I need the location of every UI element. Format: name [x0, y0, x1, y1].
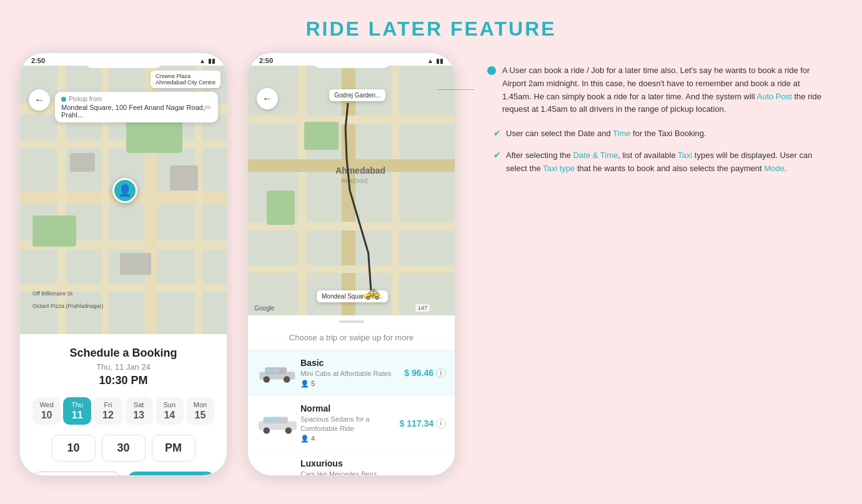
cancel-button[interactable]: Cancel [32, 472, 121, 477]
wifi-icon: ▲ [199, 57, 206, 64]
schedule-title: Schedule a Booking [32, 347, 214, 360]
notch [83, 53, 164, 68]
mode-highlight: Mode [764, 164, 785, 173]
luxurious-type: Luxurious [300, 458, 394, 468]
basic-type: Basic [300, 358, 398, 368]
svg-point-9 [264, 427, 270, 434]
right-time: 2:50 [259, 57, 273, 64]
swipe-bar [339, 320, 364, 323]
period-box[interactable]: PM [152, 435, 196, 462]
right-battery-icon: ▮▮ [436, 57, 443, 64]
svg-rect-12 [272, 418, 279, 422]
basic-desc: Mini Cabs at Affordable Rates [300, 369, 398, 378]
normal-seats: 👤 4 [300, 435, 394, 443]
day-sat[interactable]: Sat 13 [125, 397, 153, 425]
bullet-1-text: User can select the Date and Time for th… [506, 127, 706, 141]
basic-car-image: ✦ [257, 362, 294, 384]
right-back-arrow-icon: ← [262, 93, 272, 104]
location-label: Crowne PlazaAhmedabad City Centre [151, 71, 220, 88]
basic-price-value: $ 96.46 [404, 368, 433, 378]
right-phone: 2:50 ▲ ▮▮ Ahmedabad અમદાવાદ [247, 52, 456, 477]
normal-price-value: $ 117.34 [400, 418, 434, 428]
ride-item-normal[interactable]: Normal Spacious Sedans for a Comfortable… [248, 396, 455, 451]
day-mon[interactable]: Mon 15 [186, 397, 214, 425]
set-button[interactable]: Set [128, 472, 215, 477]
right-status-icons: ▲ ▮▮ [427, 57, 443, 64]
back-arrow-icon: ← [34, 94, 44, 106]
svg-rect-5 [273, 368, 280, 373]
luxurious-car-svg [257, 471, 300, 477]
day-fri[interactable]: Fri 12 [94, 397, 122, 425]
normal-car-svg [257, 412, 300, 435]
svg-point-2 [264, 376, 270, 383]
svg-point-3 [284, 376, 290, 383]
left-map: Crowne PlazaAhmedabad City Centre ← Pick… [20, 66, 227, 334]
basic-info-icon[interactable]: i [436, 368, 446, 378]
check-icon-1: ✔ [493, 128, 501, 138]
schedule-time: 10:30 PM [32, 374, 214, 387]
left-status-bar: 2:50 ▲ ▮▮ [20, 53, 227, 66]
battery-icon: ▮▮ [208, 57, 216, 64]
pickup-dot [61, 97, 66, 102]
left-status-icons: ▲ ▮▮ [199, 57, 216, 64]
left-back-button[interactable]: ← [29, 89, 50, 111]
right-map: Ahmedabad અમદાવાદ ← Godrej Garden... Mon… [248, 66, 455, 315]
auto-post-highlight: Auto Post [757, 92, 792, 101]
taxi-type-highlight: Taxi type [543, 164, 575, 173]
luxurious-ride-info: Luxurious Cars like Mercedes Benz, Elite… [300, 458, 394, 477]
basic-car-svg: ✦ [257, 362, 300, 384]
date-time-highlight: Date & Time [573, 151, 618, 160]
main-bullet-dot [487, 66, 496, 75]
time-highlight: Time [613, 129, 630, 138]
schedule-sheet: Schedule a Booking Thu, 11 Jan 24 10:30 … [20, 334, 227, 477]
main-explanation: A User can book a ride / Job for a later… [487, 64, 831, 116]
edit-icon[interactable]: ✏ [204, 102, 212, 112]
bullet-2-text: After selecting the Date & Time, list of… [506, 149, 831, 175]
normal-price: $ 117.34 i [400, 418, 447, 428]
day-thu[interactable]: Thu 11 [63, 397, 91, 425]
driver-icon: 👤 [118, 184, 132, 197]
left-time: 2:50 [31, 57, 45, 64]
hour-box[interactable]: 10 [52, 435, 96, 462]
normal-type: Normal [300, 403, 394, 413]
day-sun[interactable]: Sun 14 [156, 397, 184, 425]
page-title: RIDE LATER FEATURE [305, 17, 556, 41]
trip-header: Choose a trip or swipe up for more [248, 325, 455, 350]
explanation-panel: A User can book a ride / Job for a later… [475, 52, 837, 190]
right-wifi-icon: ▲ [427, 57, 433, 64]
day-wed[interactable]: Wed 10 [32, 397, 61, 425]
taxi-highlight: Taxi [678, 151, 692, 160]
svg-text:✦: ✦ [280, 369, 283, 373]
pickup-label-text: Pickup from [69, 96, 102, 102]
ride-item-luxurious[interactable]: Luxurious Cars like Mercedes Benz, Elite… [248, 451, 455, 477]
ride-list: ✦ Basic Mini Cabs at Affordable Rates 👤 … [248, 350, 455, 477]
normal-info-icon[interactable]: i [436, 418, 446, 428]
left-phone: 2:50 ▲ ▮▮ Crowne Plaza [19, 52, 228, 477]
svg-rect-11 [264, 418, 270, 422]
time-picker: 10 30 PM [32, 435, 214, 462]
map-label-2: Octant Pizza (Prahladnagar) [32, 303, 104, 309]
pickup-bar[interactable]: Pickup from Mondeal Square, 100 Feet Ana… [55, 92, 218, 122]
schedule-date: Thu, 11 Jan 24 [32, 362, 214, 372]
google-label: Google [254, 305, 274, 312]
luxurious-desc: Cars like Mercedes Benz, Elite and Top R… [300, 470, 394, 477]
check-icon-2: ✔ [493, 150, 501, 160]
day-picker: Wed 10 Thu 11 Fri 12 Sat 13 Sun 14 [32, 397, 214, 425]
basic-ride-info: Basic Mini Cabs at Affordable Rates 👤 5 [300, 358, 398, 388]
main-explanation-text: A User can book a ride / Job for a later… [502, 64, 831, 116]
normal-ride-info: Normal Spacious Sedans for a Comfortable… [300, 403, 394, 443]
minute-box[interactable]: 30 [102, 435, 146, 462]
driver-marker: 👤 [112, 178, 137, 203]
basic-seats: 👤 5 [300, 380, 398, 388]
svg-rect-4 [265, 368, 272, 373]
bullet-item-1: ✔ User can select the Date and Time for … [487, 127, 831, 141]
right-back-button[interactable]: ← [257, 88, 278, 109]
normal-desc: Spacious Sedans for a Comfortable Ride [300, 415, 394, 433]
ride-item-basic[interactable]: ✦ Basic Mini Cabs at Affordable Rates 👤 … [248, 350, 455, 396]
destination-tooltip: Godrej Garden... [329, 89, 385, 101]
map-label-1: Off Billionaire St [32, 290, 72, 297]
right-status-bar: 2:50 ▲ ▮▮ [248, 53, 455, 66]
basic-price: $ 96.46 i [404, 368, 446, 378]
route-svg [248, 66, 455, 315]
normal-car-image [257, 412, 294, 435]
